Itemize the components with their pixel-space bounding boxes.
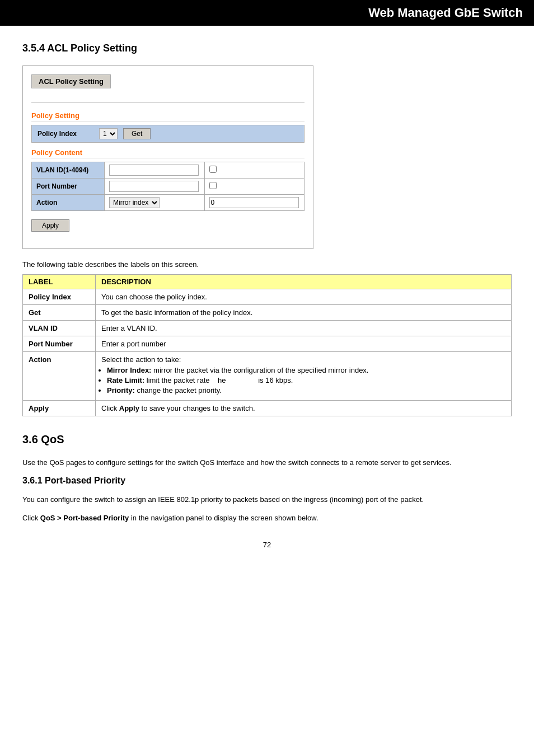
port-row: Port Number [32, 179, 305, 195]
policy-index-row-desc: You can choose the policy index. [96, 289, 512, 305]
desc-table-header: LABEL DESCRIPTION [23, 275, 512, 289]
port-label: Port Number [32, 179, 105, 195]
vlan-checkbox[interactable] [209, 166, 217, 173]
action-select[interactable]: Mirror index Rate Limit Priority [109, 197, 160, 208]
port-row-desc: Enter a port number [96, 336, 512, 352]
vlan-label: VLAN ID(1-4094) [32, 162, 105, 179]
section-354-title: 3.5.4 ACL Policy Setting [22, 43, 512, 54]
policy-setting-label: Policy Setting [31, 111, 305, 121]
description-table: LABEL DESCRIPTION Policy Index You can c… [22, 274, 512, 416]
table-description: The following table describes the labels… [22, 260, 512, 269]
policy-setting-row: Policy Index 1 2 3 4 5 Get [31, 125, 305, 143]
policy-index-select[interactable]: 1 2 3 4 5 [99, 128, 118, 139]
apply-row-desc: Click Apply to save your changes to the … [96, 401, 512, 416]
action-value-input[interactable] [209, 197, 299, 208]
action-label: Action [32, 195, 105, 211]
section-361-title: 3.6.1 Port-based Priority [22, 476, 512, 486]
acl-box-title: ACL Policy Setting [31, 74, 111, 88]
vlan-row: VLAN ID(1-4094) [32, 162, 305, 179]
col-desc-header: DESCRIPTION [96, 275, 512, 289]
section-36-title: 3.6 QoS [22, 433, 512, 446]
list-item: Mirror Index: mirror the packet via the … [107, 366, 505, 374]
apply-button[interactable]: Apply [31, 219, 69, 232]
table-row: Action Select the action to take: Mirror… [23, 352, 512, 401]
col-label-header: LABEL [23, 275, 96, 289]
body2-pre: Click [22, 514, 40, 522]
table-row: Port Number Enter a port number [23, 336, 512, 352]
page-header: Web Managed GbE Switch [0, 0, 534, 26]
table-row: VLAN ID Enter a VLAN ID. [23, 321, 512, 336]
list-item: Priority: change the packet priority. [107, 386, 505, 395]
body2-bold: QoS > Port-based Priority [40, 514, 129, 522]
action-row: Action Mirror index Rate Limit Priority [32, 195, 305, 211]
list-item: Rate Limit: limit the packet rate he is … [107, 376, 505, 384]
acl-policy-box: ACL Policy Setting Policy Setting Policy… [22, 65, 313, 249]
get-row-desc: To get the basic information of the poli… [96, 305, 512, 321]
vlan-row-label: VLAN ID [23, 321, 96, 336]
body2-post: in the navigation panel to display the s… [129, 514, 318, 522]
table-row: Get To get the basic information of the … [23, 305, 512, 321]
section-361-body2: Click QoS > Port-based Priority in the n… [22, 513, 512, 524]
port-checkbox[interactable] [209, 182, 217, 189]
policy-content-label: Policy Content [31, 148, 305, 158]
port-input[interactable] [109, 181, 199, 192]
vlan-input[interactable] [109, 165, 199, 176]
vlan-row-desc: Enter a VLAN ID. [96, 321, 512, 336]
header-title: Web Managed GbE Switch [368, 6, 523, 20]
table-row: Policy Index You can choose the policy i… [23, 289, 512, 305]
get-row-label: Get [23, 305, 96, 321]
apply-row-label: Apply [23, 401, 96, 416]
page-number: 72 [22, 541, 512, 549]
table-row: Apply Click Apply to save your changes t… [23, 401, 512, 416]
action-row-label: Action [23, 352, 96, 401]
policy-content-table: VLAN ID(1-4094) Port Number Action [31, 162, 305, 211]
section-361-body1: You can configure the switch to assign a… [22, 494, 512, 506]
policy-index-label: Policy Index [38, 130, 99, 138]
policy-index-row-label: Policy Index [23, 289, 96, 305]
port-row-label: Port Number [23, 336, 96, 352]
get-button[interactable]: Get [123, 128, 151, 139]
action-row-desc: Select the action to take: Mirror Index:… [96, 352, 512, 401]
section-36-body: Use the QoS pages to configure settings … [22, 457, 512, 469]
